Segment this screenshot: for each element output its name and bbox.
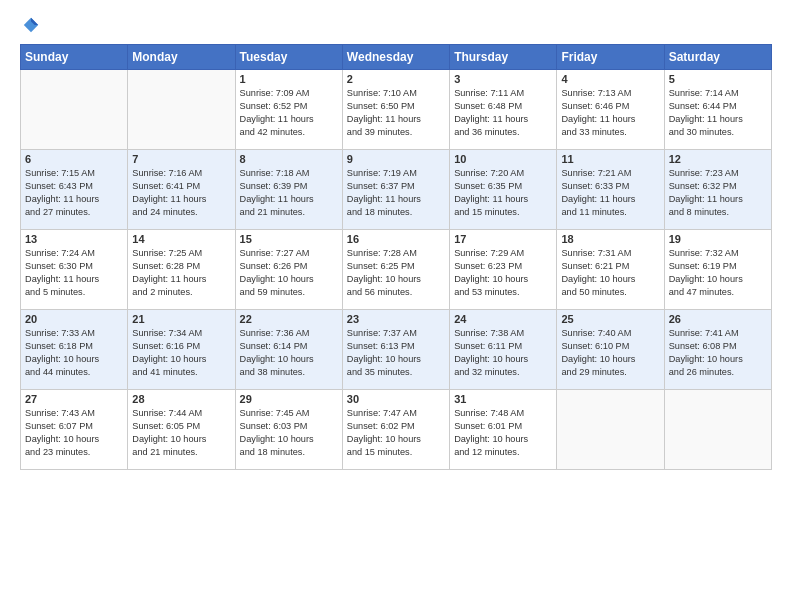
cell-text: Sunrise: 7:24 AMSunset: 6:30 PMDaylight:… bbox=[25, 247, 123, 299]
calendar-cell: 10Sunrise: 7:20 AMSunset: 6:35 PMDayligh… bbox=[450, 150, 557, 230]
calendar-cell: 15Sunrise: 7:27 AMSunset: 6:26 PMDayligh… bbox=[235, 230, 342, 310]
cell-text: Sunrise: 7:25 AMSunset: 6:28 PMDaylight:… bbox=[132, 247, 230, 299]
day-number: 2 bbox=[347, 73, 445, 85]
col-header-saturday: Saturday bbox=[664, 45, 771, 70]
cell-text: Sunrise: 7:20 AMSunset: 6:35 PMDaylight:… bbox=[454, 167, 552, 219]
cell-text: Sunrise: 7:14 AMSunset: 6:44 PMDaylight:… bbox=[669, 87, 767, 139]
cell-text: Sunrise: 7:36 AMSunset: 6:14 PMDaylight:… bbox=[240, 327, 338, 379]
day-number: 16 bbox=[347, 233, 445, 245]
calendar-cell: 28Sunrise: 7:44 AMSunset: 6:05 PMDayligh… bbox=[128, 390, 235, 470]
calendar-cell: 18Sunrise: 7:31 AMSunset: 6:21 PMDayligh… bbox=[557, 230, 664, 310]
day-number: 26 bbox=[669, 313, 767, 325]
cell-text: Sunrise: 7:43 AMSunset: 6:07 PMDaylight:… bbox=[25, 407, 123, 459]
calendar-cell: 7Sunrise: 7:16 AMSunset: 6:41 PMDaylight… bbox=[128, 150, 235, 230]
calendar-cell: 8Sunrise: 7:18 AMSunset: 6:39 PMDaylight… bbox=[235, 150, 342, 230]
cell-text: Sunrise: 7:33 AMSunset: 6:18 PMDaylight:… bbox=[25, 327, 123, 379]
calendar-cell: 9Sunrise: 7:19 AMSunset: 6:37 PMDaylight… bbox=[342, 150, 449, 230]
day-number: 13 bbox=[25, 233, 123, 245]
calendar-cell: 5Sunrise: 7:14 AMSunset: 6:44 PMDaylight… bbox=[664, 70, 771, 150]
day-number: 29 bbox=[240, 393, 338, 405]
day-number: 18 bbox=[561, 233, 659, 245]
day-number: 14 bbox=[132, 233, 230, 245]
calendar-cell: 30Sunrise: 7:47 AMSunset: 6:02 PMDayligh… bbox=[342, 390, 449, 470]
calendar-cell: 27Sunrise: 7:43 AMSunset: 6:07 PMDayligh… bbox=[21, 390, 128, 470]
day-number: 15 bbox=[240, 233, 338, 245]
cell-text: Sunrise: 7:37 AMSunset: 6:13 PMDaylight:… bbox=[347, 327, 445, 379]
day-number: 22 bbox=[240, 313, 338, 325]
logo-icon bbox=[22, 16, 40, 34]
cell-text: Sunrise: 7:15 AMSunset: 6:43 PMDaylight:… bbox=[25, 167, 123, 219]
page: SundayMondayTuesdayWednesdayThursdayFrid… bbox=[0, 0, 792, 612]
calendar-cell bbox=[21, 70, 128, 150]
calendar-cell: 4Sunrise: 7:13 AMSunset: 6:46 PMDaylight… bbox=[557, 70, 664, 150]
cell-text: Sunrise: 7:21 AMSunset: 6:33 PMDaylight:… bbox=[561, 167, 659, 219]
cell-text: Sunrise: 7:44 AMSunset: 6:05 PMDaylight:… bbox=[132, 407, 230, 459]
logo bbox=[20, 16, 40, 34]
cell-text: Sunrise: 7:27 AMSunset: 6:26 PMDaylight:… bbox=[240, 247, 338, 299]
col-header-thursday: Thursday bbox=[450, 45, 557, 70]
calendar-cell: 12Sunrise: 7:23 AMSunset: 6:32 PMDayligh… bbox=[664, 150, 771, 230]
calendar-header-row: SundayMondayTuesdayWednesdayThursdayFrid… bbox=[21, 45, 772, 70]
col-header-sunday: Sunday bbox=[21, 45, 128, 70]
calendar-cell: 11Sunrise: 7:21 AMSunset: 6:33 PMDayligh… bbox=[557, 150, 664, 230]
cell-text: Sunrise: 7:34 AMSunset: 6:16 PMDaylight:… bbox=[132, 327, 230, 379]
day-number: 31 bbox=[454, 393, 552, 405]
day-number: 6 bbox=[25, 153, 123, 165]
cell-text: Sunrise: 7:16 AMSunset: 6:41 PMDaylight:… bbox=[132, 167, 230, 219]
day-number: 19 bbox=[669, 233, 767, 245]
calendar-cell: 13Sunrise: 7:24 AMSunset: 6:30 PMDayligh… bbox=[21, 230, 128, 310]
cell-text: Sunrise: 7:19 AMSunset: 6:37 PMDaylight:… bbox=[347, 167, 445, 219]
cell-text: Sunrise: 7:11 AMSunset: 6:48 PMDaylight:… bbox=[454, 87, 552, 139]
calendar-cell: 3Sunrise: 7:11 AMSunset: 6:48 PMDaylight… bbox=[450, 70, 557, 150]
calendar-cell: 23Sunrise: 7:37 AMSunset: 6:13 PMDayligh… bbox=[342, 310, 449, 390]
cell-text: Sunrise: 7:28 AMSunset: 6:25 PMDaylight:… bbox=[347, 247, 445, 299]
col-header-friday: Friday bbox=[557, 45, 664, 70]
cell-text: Sunrise: 7:31 AMSunset: 6:21 PMDaylight:… bbox=[561, 247, 659, 299]
cell-text: Sunrise: 7:18 AMSunset: 6:39 PMDaylight:… bbox=[240, 167, 338, 219]
calendar-cell: 19Sunrise: 7:32 AMSunset: 6:19 PMDayligh… bbox=[664, 230, 771, 310]
day-number: 8 bbox=[240, 153, 338, 165]
day-number: 5 bbox=[669, 73, 767, 85]
calendar-cell: 21Sunrise: 7:34 AMSunset: 6:16 PMDayligh… bbox=[128, 310, 235, 390]
week-row-4: 27Sunrise: 7:43 AMSunset: 6:07 PMDayligh… bbox=[21, 390, 772, 470]
col-header-wednesday: Wednesday bbox=[342, 45, 449, 70]
day-number: 11 bbox=[561, 153, 659, 165]
calendar: SundayMondayTuesdayWednesdayThursdayFrid… bbox=[20, 44, 772, 470]
week-row-0: 1Sunrise: 7:09 AMSunset: 6:52 PMDaylight… bbox=[21, 70, 772, 150]
cell-text: Sunrise: 7:48 AMSunset: 6:01 PMDaylight:… bbox=[454, 407, 552, 459]
calendar-cell bbox=[664, 390, 771, 470]
day-number: 17 bbox=[454, 233, 552, 245]
cell-text: Sunrise: 7:23 AMSunset: 6:32 PMDaylight:… bbox=[669, 167, 767, 219]
calendar-cell: 16Sunrise: 7:28 AMSunset: 6:25 PMDayligh… bbox=[342, 230, 449, 310]
day-number: 10 bbox=[454, 153, 552, 165]
day-number: 30 bbox=[347, 393, 445, 405]
day-number: 12 bbox=[669, 153, 767, 165]
calendar-cell: 1Sunrise: 7:09 AMSunset: 6:52 PMDaylight… bbox=[235, 70, 342, 150]
day-number: 27 bbox=[25, 393, 123, 405]
header bbox=[20, 16, 772, 34]
day-number: 28 bbox=[132, 393, 230, 405]
calendar-cell: 22Sunrise: 7:36 AMSunset: 6:14 PMDayligh… bbox=[235, 310, 342, 390]
day-number: 24 bbox=[454, 313, 552, 325]
cell-text: Sunrise: 7:29 AMSunset: 6:23 PMDaylight:… bbox=[454, 247, 552, 299]
calendar-cell: 29Sunrise: 7:45 AMSunset: 6:03 PMDayligh… bbox=[235, 390, 342, 470]
cell-text: Sunrise: 7:47 AMSunset: 6:02 PMDaylight:… bbox=[347, 407, 445, 459]
day-number: 4 bbox=[561, 73, 659, 85]
cell-text: Sunrise: 7:45 AMSunset: 6:03 PMDaylight:… bbox=[240, 407, 338, 459]
cell-text: Sunrise: 7:32 AMSunset: 6:19 PMDaylight:… bbox=[669, 247, 767, 299]
col-header-monday: Monday bbox=[128, 45, 235, 70]
day-number: 9 bbox=[347, 153, 445, 165]
week-row-3: 20Sunrise: 7:33 AMSunset: 6:18 PMDayligh… bbox=[21, 310, 772, 390]
day-number: 3 bbox=[454, 73, 552, 85]
calendar-cell: 2Sunrise: 7:10 AMSunset: 6:50 PMDaylight… bbox=[342, 70, 449, 150]
cell-text: Sunrise: 7:40 AMSunset: 6:10 PMDaylight:… bbox=[561, 327, 659, 379]
calendar-cell bbox=[128, 70, 235, 150]
day-number: 20 bbox=[25, 313, 123, 325]
calendar-cell: 6Sunrise: 7:15 AMSunset: 6:43 PMDaylight… bbox=[21, 150, 128, 230]
cell-text: Sunrise: 7:13 AMSunset: 6:46 PMDaylight:… bbox=[561, 87, 659, 139]
calendar-cell: 17Sunrise: 7:29 AMSunset: 6:23 PMDayligh… bbox=[450, 230, 557, 310]
day-number: 23 bbox=[347, 313, 445, 325]
day-number: 7 bbox=[132, 153, 230, 165]
calendar-cell: 14Sunrise: 7:25 AMSunset: 6:28 PMDayligh… bbox=[128, 230, 235, 310]
cell-text: Sunrise: 7:10 AMSunset: 6:50 PMDaylight:… bbox=[347, 87, 445, 139]
